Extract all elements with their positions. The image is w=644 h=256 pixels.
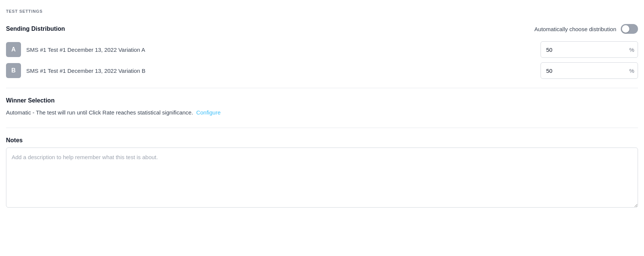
winner-selection-description: Automatic - The test will run until Clic… [6,108,638,117]
notes-title: Notes [6,137,638,144]
variation-b-row: B SMS #1 Test #1 December 13, 2022 Varia… [6,62,638,79]
variation-b-input-wrapper: % [541,62,638,79]
notes-textarea[interactable] [6,148,638,208]
variation-a-name: SMS #1 Test #1 December 13, 2022 Variati… [26,47,145,53]
winner-selection-section: Winner Selection Automatic - The test wi… [6,97,638,117]
variation-b-right: % [541,62,638,79]
toggle-thumb [622,25,629,33]
variation-b-left: B SMS #1 Test #1 December 13, 2022 Varia… [6,63,145,78]
winner-selection-static-text: Automatic - The test will run until Clic… [6,109,193,116]
section-title: TEST SETTINGS [6,9,638,14]
configure-link[interactable]: Configure [196,109,220,116]
auto-distribution-toggle[interactable] [621,24,638,34]
page-container: TEST SETTINGS Sending Distribution Autom… [6,9,638,209]
variation-a-percent-input[interactable] [541,41,638,58]
winner-selection-title: Winner Selection [6,97,638,104]
toggle-track [621,24,638,34]
auto-choose-row: Automatically choose distribution [535,24,638,34]
divider-1 [6,88,638,88]
variation-b-name: SMS #1 Test #1 December 13, 2022 Variati… [26,68,145,74]
divider-2 [6,128,638,128]
variation-a-right: % [541,41,638,58]
sending-distribution-label: Sending Distribution [6,26,65,32]
variation-a-row: A SMS #1 Test #1 December 13, 2022 Varia… [6,41,638,58]
variation-b-percent-input[interactable] [541,62,638,79]
sending-distribution-header: Sending Distribution Automatically choos… [6,24,638,34]
variation-a-badge: A [6,42,21,57]
variation-a-left: A SMS #1 Test #1 December 13, 2022 Varia… [6,42,145,57]
notes-section: Notes [6,137,638,209]
auto-choose-label: Automatically choose distribution [535,26,616,32]
variation-b-badge: B [6,63,21,78]
variation-a-input-wrapper: % [541,41,638,58]
